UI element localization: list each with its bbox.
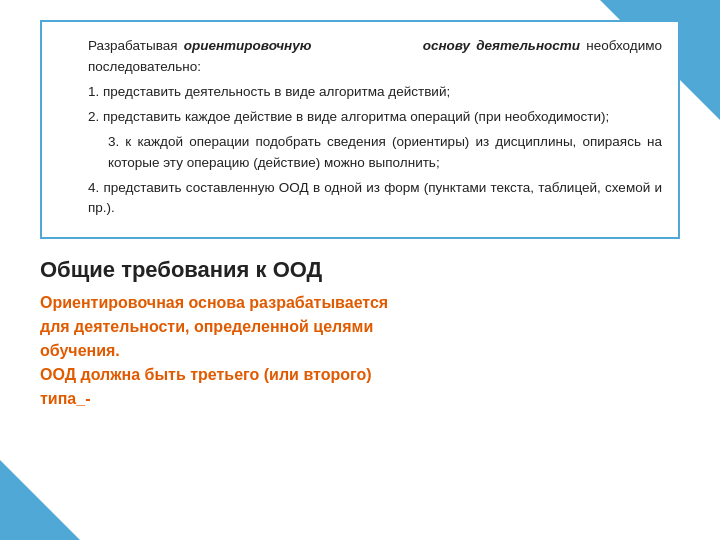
text-box-bold2: основу деятельности: [423, 38, 580, 53]
text-box-bold1: ориентировочную: [184, 38, 312, 53]
text-box-item3: 3. к каждой операции подобрать сведения …: [58, 132, 662, 174]
bottom-text: Ориентировочная основа разрабатывается д…: [40, 291, 680, 411]
bottom-section: Общие требования к ООД Ориентировочная о…: [40, 257, 680, 411]
text-box-item2: 2. представить каждое действие в виде ал…: [58, 107, 662, 128]
bottom-heading: Общие требования к ООД: [40, 257, 680, 283]
text-box-item1: 1. представить деятельность в виде алгор…: [58, 82, 662, 103]
main-container: Разрабатывая ориентировочную основу деят…: [0, 0, 720, 540]
text-box-item4: 4. представить составленную ООД в одной …: [58, 178, 662, 220]
text-box-intro: Разрабатывая ориентировочную основу деят…: [58, 36, 662, 78]
text-box: Разрабатывая ориентировочную основу деят…: [40, 20, 680, 239]
